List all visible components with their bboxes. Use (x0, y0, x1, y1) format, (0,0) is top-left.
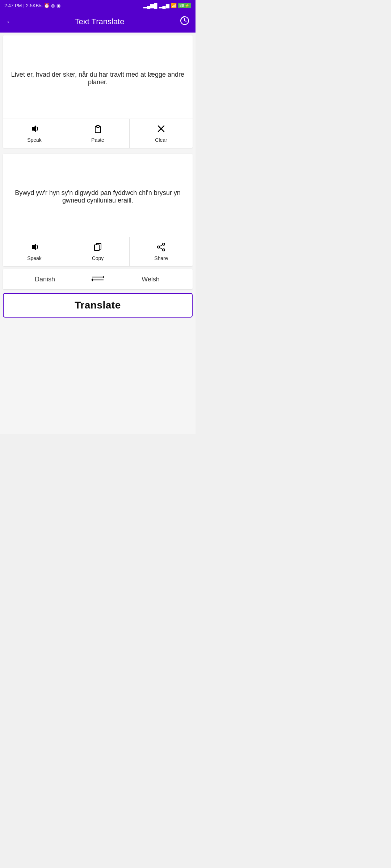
app-bar: ← Text Translate (0, 11, 196, 33)
battery-indicator: 86 ⚡ (178, 3, 191, 8)
svg-marker-16 (103, 276, 104, 278)
wifi-icon: 📶 (171, 3, 177, 8)
paste-button[interactable]: Paste (66, 119, 130, 148)
output-action-buttons: Speak Copy (3, 237, 193, 266)
page-title: Text Translate (20, 17, 180, 26)
share-label: Share (154, 255, 168, 261)
speak-icon (30, 124, 39, 135)
target-language[interactable]: Welsh (109, 276, 193, 283)
output-text-area: Bywyd yw'r hyn sy'n digwydd pan fyddwch … (3, 154, 193, 237)
status-bar: 2:47 PM | 2.5KB/s ⏰ ◎ ◉ ▂▄▆█ ▂▄▆ 📶 86 ⚡ (0, 0, 196, 11)
clear-icon (156, 124, 166, 135)
svg-marker-2 (32, 125, 36, 132)
output-speak-button[interactable]: Speak (3, 237, 66, 266)
svg-rect-9 (94, 245, 99, 251)
svg-line-14 (160, 248, 163, 250)
paste-icon (93, 124, 102, 135)
copy-label: Copy (92, 255, 104, 261)
swap-language-button[interactable] (87, 274, 109, 285)
back-button[interactable]: ← (6, 17, 14, 26)
input-action-buttons: Speak Paste Clear (3, 119, 193, 148)
main-content: Livet er, hvad der sker, når du har trav… (0, 33, 196, 434)
input-text-area[interactable]: Livet er, hvad der sker, når du har trav… (3, 35, 193, 119)
share-icon (156, 242, 166, 253)
input-text: Livet er, hvad der sker, når du har trav… (10, 71, 185, 86)
status-network-speed: 2.5KB/s (26, 3, 43, 8)
status-time: 2:47 PM (4, 3, 22, 8)
svg-marker-7 (32, 243, 36, 251)
output-text: Bywyd yw'r hyn sy'n digwydd pan fyddwch … (10, 189, 185, 204)
svg-line-13 (160, 245, 163, 247)
language-bar: Danish Welsh (3, 269, 193, 289)
clear-button[interactable]: Clear (130, 119, 193, 148)
svg-point-12 (157, 246, 160, 248)
svg-point-11 (163, 249, 165, 251)
signal-icon: ▂▄▆█ (143, 3, 157, 8)
alarm-icon: ⏰ (44, 3, 50, 8)
share-button[interactable]: Share (130, 237, 193, 266)
paste-label: Paste (91, 137, 104, 143)
input-speak-label: Speak (27, 137, 42, 143)
translate-btn-container: Translate (0, 289, 196, 322)
copy-button[interactable]: Copy (66, 237, 130, 266)
status-left: 2:47 PM | 2.5KB/s ⏰ ◎ ◉ (4, 3, 60, 8)
clear-label: Clear (155, 137, 167, 143)
svg-rect-4 (97, 125, 99, 127)
translate-button[interactable]: Translate (3, 293, 193, 318)
vpn-icon: ◉ (56, 3, 60, 8)
input-speak-button[interactable]: Speak (3, 119, 66, 148)
signal-icon-2: ▂▄▆ (159, 3, 169, 8)
svg-point-10 (163, 243, 165, 245)
battery-level: 86 (180, 3, 184, 8)
copy-icon (93, 242, 102, 253)
status-speed: | (23, 3, 24, 8)
input-panel: Livet er, hvad der sker, når du har trav… (3, 35, 193, 148)
output-panel: Bywyd yw'r hyn sy'n digwydd pan fyddwch … (3, 154, 193, 266)
status-right: ▂▄▆█ ▂▄▆ 📶 86 ⚡ (143, 3, 191, 8)
output-speak-label: Speak (27, 255, 42, 261)
svg-marker-18 (91, 278, 93, 281)
media-icon: ◎ (51, 3, 55, 8)
history-button[interactable] (180, 16, 190, 28)
output-speak-icon (30, 242, 39, 253)
source-language[interactable]: Danish (3, 276, 87, 283)
